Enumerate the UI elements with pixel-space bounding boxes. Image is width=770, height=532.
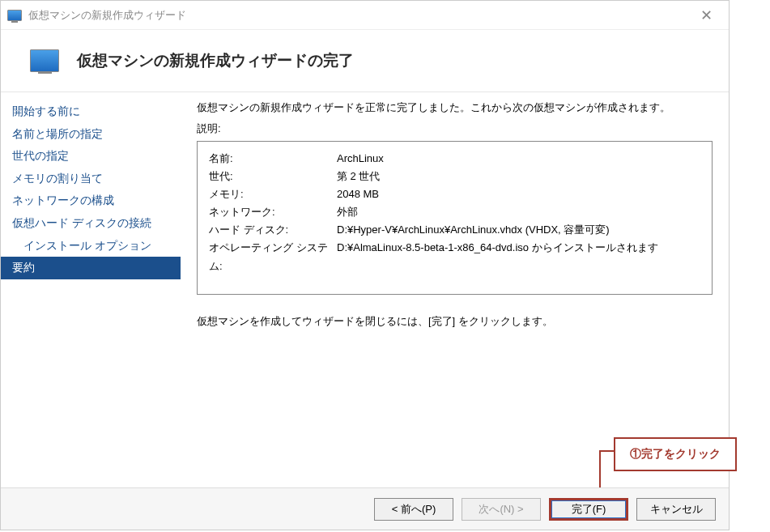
header: 仮想マシンの新規作成ウィザードの完了	[1, 30, 729, 92]
intro-text: 仮想マシンの新規作成ウィザードを正常に完了しました。これから次の仮想マシンが作成…	[197, 100, 713, 115]
summary-row-memory: メモリ: 2048 MB	[209, 185, 700, 203]
app-icon	[7, 10, 22, 21]
cancel-button[interactable]: キャンセル	[636, 498, 716, 521]
summary-val: 外部	[337, 203, 700, 221]
prev-button[interactable]: < 前へ(P)	[374, 498, 453, 521]
description-label: 説明:	[197, 121, 713, 136]
sidebar-item-summary[interactable]: 要約	[1, 257, 181, 279]
summary-key: 世代:	[209, 168, 337, 185]
summary-box: 名前: ArchLinux 世代: 第 2 世代 メモリ: 2048 MB ネッ…	[197, 141, 713, 295]
summary-row-generation: 世代: 第 2 世代	[209, 168, 700, 185]
main-panel: 仮想マシンの新規作成ウィザードを正常に完了しました。これから次の仮想マシンが作成…	[181, 92, 729, 487]
sidebar-item-generation[interactable]: 世代の指定	[1, 145, 181, 168]
summary-row-harddisk: ハード ディスク: D:¥Hyper-V¥ArchLinux¥ArchLinux…	[209, 221, 700, 239]
summary-val: D:¥AlmaLinux-8.5-beta-1-x86_64-dvd.iso か…	[337, 239, 700, 275]
titlebar: 仮想マシンの新規作成ウィザード ✕	[1, 1, 729, 30]
page-title: 仮想マシンの新規作成ウィザードの完了	[77, 50, 354, 71]
sidebar-item-memory[interactable]: メモリの割り当て	[1, 168, 181, 190]
summary-key: ハード ディスク:	[209, 221, 337, 239]
annotation-line-v	[599, 450, 601, 487]
finish-button-label: 完了(F)	[551, 500, 626, 518]
finish-button[interactable]: 完了(F)	[549, 498, 628, 521]
summary-key: メモリ:	[209, 185, 337, 203]
sidebar-item-network[interactable]: ネットワークの構成	[1, 189, 181, 212]
sidebar: 開始する前に 名前と場所の指定 世代の指定 メモリの割り当て ネットワークの構成…	[1, 92, 181, 487]
button-bar: < 前へ(P) 次へ(N) > 完了(F) キャンセル	[1, 487, 729, 530]
sidebar-item-name-location[interactable]: 名前と場所の指定	[1, 123, 181, 146]
sidebar-item-before-begin[interactable]: 開始する前に	[1, 100, 181, 123]
sidebar-item-vhd[interactable]: 仮想ハード ディスクの接続	[1, 212, 181, 235]
summary-row-network: ネットワーク: 外部	[209, 203, 700, 221]
close-icon[interactable]: ✕	[690, 6, 722, 24]
summary-val: D:¥Hyper-V¥ArchLinux¥ArchLinux.vhdx (VHD…	[337, 221, 700, 239]
summary-key: オペレーティング システム:	[209, 239, 337, 275]
summary-val: ArchLinux	[337, 150, 700, 168]
summary-val: 2048 MB	[337, 185, 700, 203]
sidebar-item-install-options[interactable]: インストール オプション	[1, 235, 181, 257]
instruction-text: 仮想マシンを作成してウィザードを閉じるには、[完了] をクリックします。	[197, 314, 713, 329]
annotation-line-h	[599, 450, 615, 452]
content-area: 開始する前に 名前と場所の指定 世代の指定 メモリの割り当て ネットワークの構成…	[1, 92, 729, 487]
summary-row-os: オペレーティング システム: D:¥AlmaLinux-8.5-beta-1-x…	[209, 239, 700, 275]
monitor-icon	[30, 49, 59, 72]
next-button: 次へ(N) >	[462, 498, 541, 521]
summary-val: 第 2 世代	[337, 168, 700, 185]
window-title: 仮想マシンの新規作成ウィザード	[28, 8, 690, 23]
summary-key: ネットワーク:	[209, 203, 337, 221]
annotation-callout: ①完了をクリック	[614, 437, 737, 471]
summary-row-name: 名前: ArchLinux	[209, 150, 700, 168]
summary-key: 名前:	[209, 150, 337, 168]
